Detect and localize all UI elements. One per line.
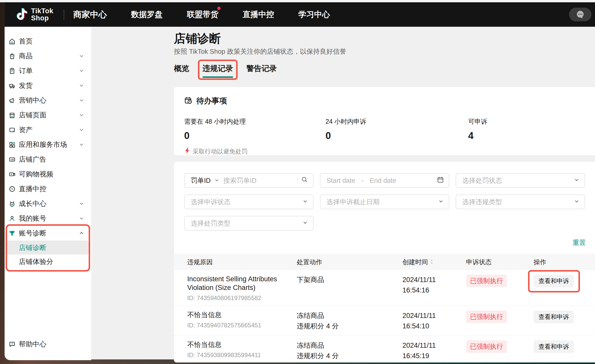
nav-item-learning-center[interactable]: 学习中心 [299,9,330,20]
apps-grid-icon [9,141,16,148]
table-row: 不恰当信息 ID: 7435938099835994411 冻结商品 违规积分 … [174,336,595,362]
tab-warning-records[interactable]: 警告记录 [246,63,277,78]
view-and-appeal-button[interactable]: 查看和申诉 [534,311,574,323]
shoppable-video-icon [9,171,16,178]
sidebar-item-account-diagnosis[interactable]: 账号诊断 [5,226,91,241]
col-header-operation: 操作 [534,258,595,266]
chevron-down-icon [78,82,85,89]
col-header-created[interactable]: 创建时间 [402,258,466,266]
appeal-status-select[interactable]: 选择申诉状态 [184,194,314,209]
filter-grid: 罚单ID Start date - End date 选择处罚状态 [174,173,595,231]
chat-button[interactable] [569,8,591,21]
penalty-id-select[interactable]: 罚单ID [191,176,211,185]
tiktok-shop-logo[interactable]: TikTokShop [16,7,53,22]
violation-records-card: 罚单ID Start date - End date 选择处罚状态 [174,162,595,362]
sidebar-item-live-center[interactable]: 直播中控 [5,181,91,196]
sidebar-item-app-market[interactable]: 应用和服务市场 [5,137,91,152]
active-tab-underline [202,76,233,78]
page-subtitle: 按照 TikTok Shop 政策关注你的店铺状态，以保持良好信誉 [174,48,595,55]
top-nav-items: 商家中心 数据罗盘 联盟带货 直播中控 学习中心 [73,9,330,20]
sidebar-item-my-account[interactable]: 我的账号 [5,211,91,226]
sidebar-item-home[interactable]: 首页 [5,34,91,49]
violation-id: ID: 7435940782575665451 [187,322,279,329]
col-header-appeal-status: 申诉状态 [466,258,534,266]
view-and-appeal-button[interactable]: 查看和申诉 [534,340,574,353]
chevron-down-icon [78,201,85,207]
nav-item-live-center[interactable]: 直播中控 [243,9,274,20]
help-bubble-icon: ? [9,341,16,348]
chevron-down-icon [78,68,85,74]
sidebar-item-assets[interactable]: 资产 [5,122,91,137]
tiktok-note-icon [16,7,29,22]
field-divider [298,177,298,184]
live-play-icon [9,186,16,192]
table-row: 不恰当信息 ID: 7435940782575665451 冻结商品 违规积分 … [174,306,595,336]
sidebar-subitem-shop-diagnosis[interactable]: 店铺诊断 [7,241,88,255]
todo-stat-appealable: 可申诉 4 [468,117,487,156]
penalty-status-select[interactable]: 选择处罚状态 [456,173,585,188]
sidebar-item-shop-ads[interactable]: AD 店铺广告 [5,152,91,167]
page-title: 店铺诊断 [174,32,595,45]
chevron-up-icon [78,230,85,236]
chat-bubble-icon [576,10,585,19]
nav-item-seller-center[interactable]: 商家中心 [73,9,107,20]
nav-item-affiliate[interactable]: 联盟带货 [187,9,219,20]
action-line: 冻结商品 [297,340,402,351]
marketing-megaphone-icon [9,97,16,104]
action-line: 违规积分 4 分 [297,321,402,331]
status-badge: 已强制执行 [466,311,507,323]
chevron-down-icon [78,142,85,148]
sidebar-item-shipping[interactable]: 发货 [5,78,91,93]
violation-reason: Inconsistent Selling Attributes Violatio… [187,275,279,292]
sort-icon[interactable] [430,259,434,266]
main-area: 店铺诊断 按照 TikTok Shop 政策关注你的店铺状态，以保持良好信誉 概… [91,27,595,359]
chevron-down-icon [78,97,85,103]
violation-id: ID: 7435940806197985582 [187,295,279,302]
trophy-icon [9,230,16,237]
search-icon[interactable] [301,176,308,185]
col-header-action: 处置动作 [297,258,402,266]
chevron-down-icon [78,127,85,133]
todo-title: 待办事项 [196,96,227,106]
chevron-down-icon [574,198,579,206]
created-date: 2024/11/11 [402,275,466,285]
svg-text:A: A [10,158,12,161]
appeal-deadline-select[interactable]: 选择申诉截止日期 [320,194,449,209]
penalty-id-search-field[interactable]: 罚单ID [184,173,314,188]
sidebar-subitem-shop-experience-score[interactable]: 店铺体验分 [5,255,91,269]
date-range-field[interactable]: Start date - End date [320,173,449,188]
svg-text:?: ? [11,342,13,345]
sidebar-item-help-center[interactable]: ? 帮助中心 [5,337,91,352]
sidebar-item-products[interactable]: 商品 [5,49,91,63]
product-bag-icon [9,53,16,60]
sidebar-item-shop-page[interactable]: 店铺页面 [5,108,91,122]
calendar-clock-icon [184,96,193,106]
lightning-bolt-icon [184,147,190,156]
action-line: 下架商品 [297,275,402,285]
tab-overview[interactable]: 概览 [174,63,189,78]
sidebar-item-orders[interactable]: 订单 [5,63,91,78]
growth-medal-icon [9,200,16,207]
view-and-appeal-button[interactable]: 查看和申诉 [534,275,574,287]
sidebar-item-marketing[interactable]: 营销中心 [5,93,91,108]
table-header-row: 违规原因 处置动作 创建时间 申诉状态 操作 [174,254,595,270]
reset-filters-link[interactable]: 重置 [573,239,586,246]
status-badge: 已强制执行 [466,275,507,287]
created-time: 16:45:19 [402,351,466,361]
logo-text: TikTokShop [31,7,53,22]
tab-violation-records[interactable]: 违规记录 [202,63,233,78]
todo-card: 待办事项 需要在 48 小时内处理 0 采取行动以避免处罚 24 小时内申诉 0 [174,87,595,155]
stat-value: 4 [468,130,487,141]
table-row: Inconsistent Selling Attributes Violatio… [174,270,595,306]
sidebar-item-growth-center[interactable]: 成长中心 [5,196,91,211]
penalty-id-search-input[interactable] [223,177,294,185]
storefront-icon [9,112,16,119]
nav-item-data-compass[interactable]: 数据罗盘 [131,9,163,20]
penalty-type-select[interactable]: 选择处罚类型 [184,216,314,231]
chevron-down-icon [302,198,308,206]
todo-action-note: 采取行动以避免处罚 [184,147,326,156]
nav-divider [64,9,64,20]
violation-type-select[interactable]: 选择违规类型 [456,194,585,209]
sidebar-item-shoppable-video[interactable]: 可购物视频 [5,167,91,181]
chevron-down-icon [302,219,308,227]
